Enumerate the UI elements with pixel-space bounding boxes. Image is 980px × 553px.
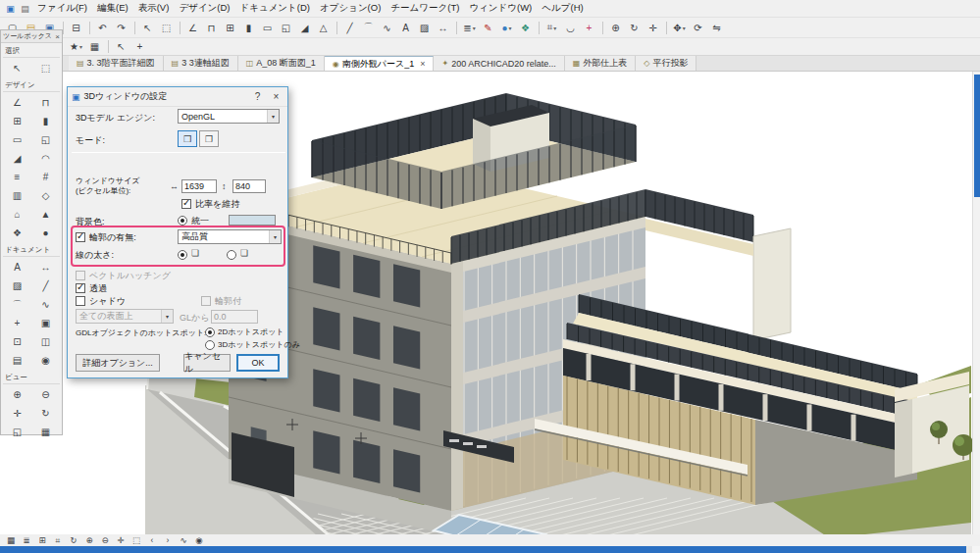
tab-finish-schedule[interactable]: ▦ 外部仕上表 × [565,56,637,71]
app-icon[interactable]: ▣ [3,4,18,14]
contour-quality-select[interactable]: 高品質 ▾ [178,229,282,244]
uniform-radio[interactable] [178,216,187,226]
menu-item[interactable]: オプション(O) [315,1,386,16]
vertical-scroll-thumb[interactable] [974,75,980,197]
toolbar-separator[interactable] [598,20,606,36]
contour-checkbox[interactable] [76,232,85,242]
zoom-out-icon[interactable]: ⊖ [31,385,60,404]
toolbar-separator[interactable] [130,20,138,36]
zoom-in-icon[interactable]: ⊕ [606,20,625,36]
menu-item[interactable]: 表示(V) [133,1,175,16]
select-arrow-icon[interactable]: ↖ [112,38,130,55]
tab-close-icon[interactable]: × [420,59,425,69]
zoom-out-icon[interactable]: ⊖ [97,534,113,546]
material-icon[interactable]: ❖ [516,20,535,36]
door-tool-icon[interactable]: ⊓ [202,20,221,36]
camera-icon[interactable]: ◉ [191,534,207,546]
tab-archicad-related[interactable]: ✦ 200 ARCHICAD20 relate... × [434,56,564,71]
redo-icon[interactable]: ↷ [112,20,130,36]
spline-tool-icon[interactable]: ∿ [31,295,60,314]
previous-view-icon[interactable]: ‹ [144,534,160,546]
move-icon[interactable]: ✥ [670,20,689,36]
tab-section[interactable]: ◫ A_08 断面図_1 × [238,56,325,71]
hotspot-tool-icon[interactable]: + [3,314,31,332]
layers-icon[interactable]: ≣ [19,534,34,546]
hotspot-3d-radio[interactable] [205,340,215,350]
transparency-checkbox[interactable] [76,283,85,293]
engine-select[interactable]: OpenGL ▾ [178,109,280,124]
element-settings-icon[interactable]: ▦ [85,38,104,55]
vector-hatching-checkbox[interactable] [76,271,85,280]
text-tool-icon[interactable]: A [396,20,415,36]
stair-tool-icon[interactable]: ≡ [3,168,31,186]
layers-icon[interactable]: ≣ [460,20,479,36]
pan-icon[interactable]: ✛ [644,20,662,36]
drawing-tool-icon[interactable]: ⊡ [3,332,31,351]
walk-mode-icon[interactable]: ∿ [176,534,191,546]
pen-set-icon[interactable]: ✎ [479,20,497,36]
fit-view-icon[interactable]: ◱ [3,423,31,441]
next-view-icon[interactable]: › [160,534,176,546]
column-tool-icon[interactable]: ▮ [239,20,258,36]
shadow-surface-select[interactable]: 全ての表面上 ▾ [76,309,174,324]
orbit-icon[interactable]: ↻ [31,404,60,423]
horizontal-scroll-thumb[interactable] [0,546,966,553]
window-tool-icon[interactable]: ⊞ [221,20,239,36]
camera-tool-icon[interactable]: ◉ [31,351,60,370]
detail-options-button[interactable]: 詳細オプション... [76,354,160,372]
beam-tool-icon[interactable]: ▭ [3,130,31,149]
keep-ratio-checkbox[interactable] [181,199,191,209]
height-input[interactable]: 840 [232,179,266,193]
lamp-tool-icon[interactable]: ● [31,224,60,242]
orbit-icon[interactable]: ↻ [625,20,644,36]
column-tool-icon[interactable]: ▮ [31,112,60,130]
menu-item[interactable]: 編集(E) [92,1,133,16]
surface-icon[interactable]: ● [497,20,516,36]
tab-frame-drawing[interactable]: ▤ 3 3連軸組図 × [164,56,238,71]
toolbar-separator[interactable] [104,38,112,55]
rotate-icon[interactable]: ⟳ [689,20,707,36]
elevation-tool-icon[interactable]: ▤ [3,351,31,370]
show-hide-icon[interactable]: ▦ [3,534,19,546]
roof-tool-icon[interactable]: ◢ [295,20,314,36]
guide-lines-icon[interactable]: + [580,20,598,36]
print-icon[interactable]: ⊟ [67,20,85,36]
width-input[interactable]: 1639 [181,179,217,193]
tab-parallel-projection[interactable]: ◇ 平行投影 × [636,56,696,71]
undo-icon[interactable]: ↶ [93,20,112,36]
dialog-titlebar[interactable]: ▣ 3Dウィンドウの設定 ? × [68,87,287,107]
toolbar-separator[interactable] [535,20,542,36]
toolbar-separator[interactable] [85,20,93,36]
mesh-tool-icon[interactable]: △ [314,20,333,36]
gl-from-input[interactable]: 0.0 [211,310,258,324]
workspace-icon[interactable]: ▤ [18,4,32,14]
toolbar-separator[interactable] [176,20,183,36]
zone-tool-icon[interactable]: ⌂ [3,205,31,224]
marquee-icon[interactable]: ⬚ [157,20,176,36]
grid-icon[interactable]: ⊞ [34,534,50,546]
menu-item[interactable]: デザイン(D) [174,1,234,16]
menu-item[interactable]: ウィンドウ(W) [464,1,537,16]
spline-tool-icon[interactable]: ∿ [378,20,396,36]
pan-icon[interactable]: ✛ [113,534,129,546]
arc-tool-icon[interactable]: ⌒ [359,20,378,36]
mode-button-2[interactable]: ❐ [199,130,219,147]
zoom-in-icon[interactable]: ⊕ [3,385,31,404]
mesh-tool-icon[interactable]: ▲ [31,205,60,224]
dimension-tool-icon[interactable]: ↔ [434,20,452,36]
wall-tool-icon[interactable]: ∠ [183,20,202,36]
menu-item[interactable]: ドキュメント(D) [234,1,315,16]
mirror-icon[interactable]: ⇋ [707,20,726,36]
dialog-help-button[interactable]: ? [250,91,265,102]
favorites-icon[interactable]: ★ [67,38,85,55]
window-tool-icon[interactable]: ⊞ [3,112,31,130]
figure-tool-icon[interactable]: ▣ [31,314,60,332]
slab-tool-icon[interactable]: ◱ [31,130,60,149]
dimension-tool-icon[interactable]: ↔ [31,258,60,276]
toolbar-separator[interactable] [333,20,340,36]
line-weight-thin-radio[interactable] [178,250,187,260]
slab-tool-icon[interactable]: ◱ [277,20,295,36]
line-weight-thick-radio[interactable] [227,250,236,260]
fill-tool-icon[interactable]: ▨ [415,20,434,36]
background-color-swatch[interactable] [229,215,276,226]
